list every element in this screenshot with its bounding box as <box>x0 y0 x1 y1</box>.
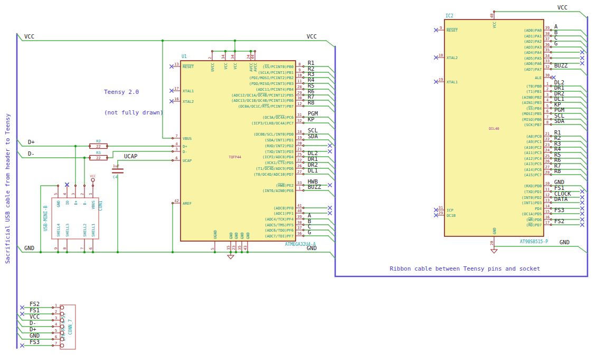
bus-entry[interactable] <box>328 157 335 164</box>
schematic-svg[interactable]: U1ATMEGA32U4-ATQFP4413RESET17XTAL116XTAL… <box>0 0 597 364</box>
net-label[interactable]: GND <box>24 245 34 251</box>
ref-designator[interactable]: CON1 <box>98 200 103 210</box>
wire[interactable] <box>17 34 22 41</box>
net-label[interactable]: BUZZ <box>554 62 567 69</box>
net-label[interactable]: BUZZ <box>308 184 321 190</box>
pin-number: 3 <box>71 193 75 195</box>
net-label[interactable]: D+ <box>28 139 35 145</box>
net-label[interactable]: G <box>308 229 311 235</box>
pin-number: 27 <box>545 165 549 169</box>
bus-entry[interactable] <box>328 219 335 226</box>
net-label[interactable]: R8 <box>308 99 315 106</box>
net-label[interactable]: VCC <box>307 33 317 40</box>
net-label[interactable]: GND <box>560 239 570 245</box>
ref-designator[interactable]: U1 <box>182 54 187 59</box>
pin-number: 27 <box>297 170 301 174</box>
net-label[interactable]: D- <box>30 320 36 326</box>
pin-number: 20 <box>490 241 494 245</box>
pin-number: 3 <box>55 316 57 320</box>
part-value[interactable]: AT90S8515-P <box>520 240 548 244</box>
junction-dot <box>83 251 86 253</box>
pin-number: 4 <box>63 193 67 195</box>
net-label[interactable]: SDA <box>308 133 318 139</box>
bus-entry[interactable] <box>328 66 335 73</box>
wire[interactable] <box>107 151 173 158</box>
net-label[interactable]: SDA <box>554 118 565 124</box>
net-label[interactable]: G <box>554 40 557 46</box>
pin-number: 39 <box>297 215 301 219</box>
net-label[interactable]: GND <box>30 332 40 339</box>
pin-number: 9 <box>298 68 300 72</box>
ref-designator[interactable]: CONN_7 <box>68 319 73 334</box>
bus-entry[interactable] <box>328 190 335 197</box>
net-label[interactable]: VCC <box>24 33 34 40</box>
bus-entry[interactable] <box>328 106 335 113</box>
pin-number: 21 <box>297 147 301 151</box>
wire[interactable] <box>580 12 587 18</box>
wire[interactable] <box>17 320 22 327</box>
pin-number: 19 <box>297 136 301 140</box>
pin-name: (SDA/INT1)PD1 <box>264 138 293 142</box>
pin-name: (A9)PC1 <box>526 140 542 144</box>
bus-entry[interactable] <box>328 174 335 181</box>
wire[interactable] <box>17 151 22 158</box>
wire[interactable] <box>578 246 587 253</box>
pin-number: 23 <box>545 143 549 147</box>
wire[interactable] <box>17 326 22 333</box>
pin-name: VCC <box>492 22 497 28</box>
net-label[interactable]: UCAP <box>124 153 137 159</box>
net-label[interactable]: D- <box>28 150 35 157</box>
junction-dot <box>247 251 249 253</box>
pin-number: 7 <box>55 341 57 346</box>
pin-name: PD4 <box>535 207 542 211</box>
net-label[interactable]: R8 <box>554 168 561 174</box>
pin-name: (A8)PC0 <box>526 135 542 139</box>
bus-entry[interactable] <box>328 123 335 130</box>
bus-entry[interactable] <box>328 140 335 147</box>
net-label[interactable]: D+ <box>30 326 36 332</box>
pin-name: SHELL4 <box>56 224 61 237</box>
pin-number: 31 <box>297 113 301 117</box>
pin-number: 33 <box>297 181 301 185</box>
pin-number: 11 <box>545 187 549 191</box>
net-label[interactable]: VCC <box>30 313 40 320</box>
net-label[interactable]: FS3 <box>30 339 40 345</box>
net-label[interactable]: KP <box>308 116 315 122</box>
net-label[interactable]: FS1 <box>30 307 40 313</box>
bus-entry[interactable] <box>328 83 335 90</box>
bus-entry[interactable] <box>581 69 587 76</box>
wire[interactable] <box>163 41 173 138</box>
wire[interactable] <box>17 139 22 146</box>
pin-number: 43 <box>243 246 248 250</box>
net-label[interactable]: DATA <box>554 196 568 202</box>
bus-entry[interactable] <box>581 30 587 37</box>
wire[interactable] <box>17 332 22 339</box>
net-label[interactable]: FS2 <box>30 301 40 307</box>
pin-pad <box>60 319 63 322</box>
pin-name: (SS)PB4 <box>526 107 542 111</box>
bus-entry[interactable] <box>328 117 335 124</box>
bus-entry[interactable] <box>328 134 335 141</box>
junction-dot <box>250 50 252 52</box>
bus-entry[interactable] <box>328 89 335 96</box>
net-label[interactable]: FS3 <box>554 207 564 213</box>
part-value[interactable]: USB-MINI-B <box>43 206 48 231</box>
bus-entry[interactable] <box>581 186 587 193</box>
wire[interactable] <box>330 252 335 258</box>
net-label[interactable]: FS2 <box>554 218 564 224</box>
pin-name: AREF <box>183 202 192 206</box>
net-label[interactable]: VCC <box>557 4 567 11</box>
wire[interactable] <box>17 245 22 252</box>
bus-entry[interactable] <box>328 236 335 243</box>
net-label[interactable]: GND <box>307 245 317 251</box>
pin-number: 1 <box>298 186 300 190</box>
wire[interactable] <box>326 41 335 47</box>
net-label[interactable]: DL1 <box>308 167 318 174</box>
pin-name: (ADC1)PF1 <box>273 212 293 216</box>
junction-dot <box>230 251 232 253</box>
schematic-canvas: U1ATMEGA32U4-ATQFP4413RESET17XTAL116XTAL… <box>0 0 597 364</box>
bus-entry[interactable] <box>328 162 335 169</box>
ref-designator[interactable]: IC2 <box>446 14 453 18</box>
pin-pad <box>60 338 63 341</box>
bus-entry[interactable] <box>328 168 335 175</box>
